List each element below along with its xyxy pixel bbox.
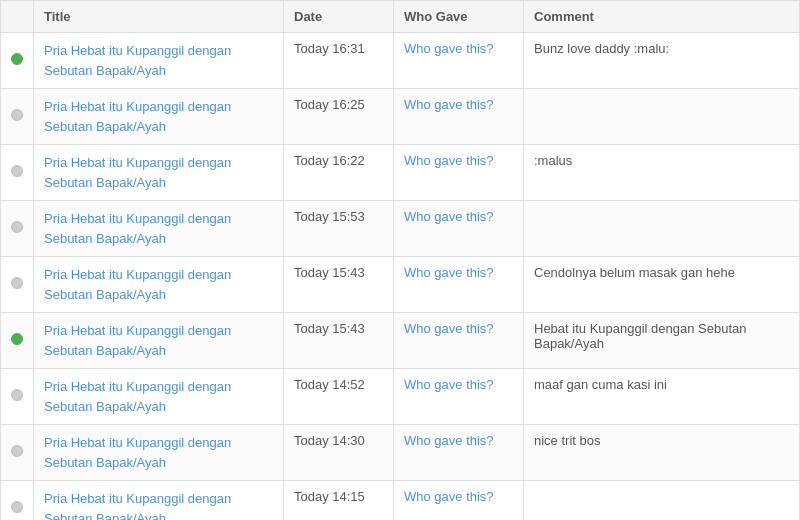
status-cell xyxy=(1,481,34,521)
title-link[interactable]: Pria Hebat itu Kupanggil dengan Sebutan … xyxy=(44,155,231,190)
title-link[interactable]: Pria Hebat itu Kupanggil dengan Sebutan … xyxy=(44,211,231,246)
whogave-cell: Who gave this? xyxy=(394,313,524,369)
table-row: Pria Hebat itu Kupanggil dengan Sebutan … xyxy=(1,145,800,201)
status-cell xyxy=(1,33,34,89)
title-cell: Pria Hebat itu Kupanggil dengan Sebutan … xyxy=(34,313,284,369)
date-cell: Today 15:43 xyxy=(284,257,394,313)
status-cell xyxy=(1,257,34,313)
comment-cell: Cendolnya belum masak gan hehe xyxy=(524,257,800,313)
status-dot xyxy=(11,221,23,233)
status-dot xyxy=(11,53,23,65)
whogave-link[interactable]: Who gave this? xyxy=(404,41,494,56)
date-cell: Today 14:52 xyxy=(284,369,394,425)
col-header-status xyxy=(1,1,34,33)
date-cell: Today 14:15 xyxy=(284,481,394,521)
title-cell: Pria Hebat itu Kupanggil dengan Sebutan … xyxy=(34,425,284,481)
comment-cell: Hebat itu Kupanggil dengan Sebutan Bapak… xyxy=(524,313,800,369)
whogave-cell: Who gave this? xyxy=(394,425,524,481)
title-link[interactable]: Pria Hebat itu Kupanggil dengan Sebutan … xyxy=(44,491,231,520)
whogave-cell: Who gave this? xyxy=(394,369,524,425)
status-dot xyxy=(11,445,23,457)
table-row: Pria Hebat itu Kupanggil dengan Sebutan … xyxy=(1,313,800,369)
title-cell: Pria Hebat itu Kupanggil dengan Sebutan … xyxy=(34,33,284,89)
date-cell: Today 15:43 xyxy=(284,313,394,369)
whogave-cell: Who gave this? xyxy=(394,257,524,313)
comment-cell: maaf gan cuma kasi ini xyxy=(524,369,800,425)
title-link[interactable]: Pria Hebat itu Kupanggil dengan Sebutan … xyxy=(44,435,231,470)
title-cell: Pria Hebat itu Kupanggil dengan Sebutan … xyxy=(34,201,284,257)
comment-cell xyxy=(524,201,800,257)
date-cell: Today 16:31 xyxy=(284,33,394,89)
status-cell xyxy=(1,201,34,257)
table-row: Pria Hebat itu Kupanggil dengan Sebutan … xyxy=(1,33,800,89)
title-cell: Pria Hebat itu Kupanggil dengan Sebutan … xyxy=(34,257,284,313)
status-dot xyxy=(11,109,23,121)
whogave-cell: Who gave this? xyxy=(394,201,524,257)
status-cell xyxy=(1,425,34,481)
whogave-cell: Who gave this? xyxy=(394,89,524,145)
title-cell: Pria Hebat itu Kupanggil dengan Sebutan … xyxy=(34,89,284,145)
col-header-date: Date xyxy=(284,1,394,33)
table-row: Pria Hebat itu Kupanggil dengan Sebutan … xyxy=(1,201,800,257)
whogave-link[interactable]: Who gave this? xyxy=(404,209,494,224)
whogave-cell: Who gave this? xyxy=(394,145,524,201)
status-cell xyxy=(1,313,34,369)
status-cell xyxy=(1,369,34,425)
status-cell xyxy=(1,145,34,201)
title-link[interactable]: Pria Hebat itu Kupanggil dengan Sebutan … xyxy=(44,43,231,78)
title-link[interactable]: Pria Hebat itu Kupanggil dengan Sebutan … xyxy=(44,379,231,414)
whogave-link[interactable]: Who gave this? xyxy=(404,489,494,504)
date-cell: Today 14:30 xyxy=(284,425,394,481)
comment-cell xyxy=(524,89,800,145)
whogave-link[interactable]: Who gave this? xyxy=(404,97,494,112)
whogave-link[interactable]: Who gave this? xyxy=(404,377,494,392)
whogave-link[interactable]: Who gave this? xyxy=(404,321,494,336)
title-cell: Pria Hebat itu Kupanggil dengan Sebutan … xyxy=(34,369,284,425)
status-dot xyxy=(11,333,23,345)
status-dot xyxy=(11,165,23,177)
date-cell: Today 16:25 xyxy=(284,89,394,145)
title-link[interactable]: Pria Hebat itu Kupanggil dengan Sebutan … xyxy=(44,99,231,134)
status-dot xyxy=(11,277,23,289)
status-dot xyxy=(11,501,23,513)
comment-cell: nice trit bos xyxy=(524,425,800,481)
whogave-cell: Who gave this? xyxy=(394,33,524,89)
reputation-table: Title Date Who Gave Comment Pria Hebat i… xyxy=(0,0,800,520)
status-dot xyxy=(11,389,23,401)
col-header-comment: Comment xyxy=(524,1,800,33)
col-header-whogave: Who Gave xyxy=(394,1,524,33)
date-cell: Today 15:53 xyxy=(284,201,394,257)
title-link[interactable]: Pria Hebat itu Kupanggil dengan Sebutan … xyxy=(44,323,231,358)
comment-cell: :malus xyxy=(524,145,800,201)
status-cell xyxy=(1,89,34,145)
title-cell: Pria Hebat itu Kupanggil dengan Sebutan … xyxy=(34,145,284,201)
table-row: Pria Hebat itu Kupanggil dengan Sebutan … xyxy=(1,89,800,145)
table-row: Pria Hebat itu Kupanggil dengan Sebutan … xyxy=(1,425,800,481)
table-row: Pria Hebat itu Kupanggil dengan Sebutan … xyxy=(1,257,800,313)
whogave-cell: Who gave this? xyxy=(394,481,524,521)
title-link[interactable]: Pria Hebat itu Kupanggil dengan Sebutan … xyxy=(44,267,231,302)
col-header-title: Title xyxy=(34,1,284,33)
table-row: Pria Hebat itu Kupanggil dengan Sebutan … xyxy=(1,369,800,425)
table-row: Pria Hebat itu Kupanggil dengan Sebutan … xyxy=(1,481,800,521)
whogave-link[interactable]: Who gave this? xyxy=(404,433,494,448)
comment-cell xyxy=(524,481,800,521)
comment-cell: Bunz love daddy :malu: xyxy=(524,33,800,89)
title-cell: Pria Hebat itu Kupanggil dengan Sebutan … xyxy=(34,481,284,521)
whogave-link[interactable]: Who gave this? xyxy=(404,153,494,168)
whogave-link[interactable]: Who gave this? xyxy=(404,265,494,280)
date-cell: Today 16:22 xyxy=(284,145,394,201)
